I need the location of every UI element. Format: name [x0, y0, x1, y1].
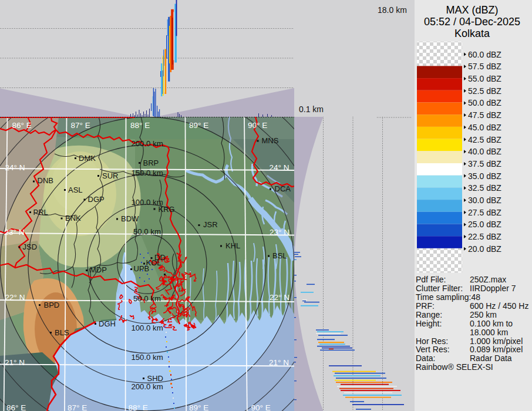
svg-text:JSR: JSR	[203, 220, 218, 229]
svg-text:32.5 dBZ: 32.5 dBZ	[468, 183, 501, 193]
svg-text:150.0 km: 150.0 km	[131, 169, 163, 177]
svg-text:PRF:: PRF:	[416, 301, 435, 311]
svg-text:DMK: DMK	[79, 154, 96, 163]
svg-text:UPB: UPB	[134, 264, 150, 273]
svg-text:100.0 km: 100.0 km	[131, 198, 163, 207]
svg-text:MAX (dBZ): MAX (dBZ)	[446, 4, 498, 16]
svg-text:23° N: 23° N	[5, 228, 25, 237]
svg-text:88° E: 88° E	[129, 403, 148, 411]
svg-text:24° N: 24° N	[5, 163, 25, 172]
svg-text:90° E: 90° E	[251, 403, 271, 411]
svg-text:21° N: 21° N	[269, 358, 289, 367]
svg-text:50.0 km: 50.0 km	[133, 227, 161, 236]
svg-text:SUR: SUR	[102, 171, 118, 180]
svg-text:87° E: 87° E	[71, 121, 90, 130]
svg-text:SHD: SHD	[147, 374, 163, 383]
svg-text:Clutter Filter:: Clutter Filter:	[416, 284, 463, 293]
svg-text:20.0 dBZ: 20.0 dBZ	[468, 244, 501, 254]
svg-text:88° E: 88° E	[130, 121, 150, 130]
svg-text:22.5 dBZ: 22.5 dBZ	[468, 232, 501, 241]
svg-text:Kolkata: Kolkata	[454, 28, 490, 39]
svg-text:PRL: PRL	[33, 208, 48, 217]
svg-text:DGH: DGH	[99, 319, 116, 328]
svg-text:ASL: ASL	[68, 186, 83, 194]
svg-text:BPD: BPD	[44, 301, 60, 309]
svg-text:47.5 dBZ: 47.5 dBZ	[468, 110, 501, 120]
svg-text:18.0 km: 18.0 km	[378, 5, 407, 15]
svg-text:DCA: DCA	[275, 184, 291, 193]
svg-text:BNK: BNK	[65, 214, 81, 223]
svg-text:55.0 dBZ: 55.0 dBZ	[468, 74, 501, 83]
svg-text:35.0 dBZ: 35.0 dBZ	[468, 171, 501, 181]
svg-text:Data:: Data:	[416, 353, 435, 363]
svg-text:22° N: 22° N	[270, 293, 289, 302]
svg-text:0.1 km: 0.1 km	[299, 105, 324, 114]
svg-text:DGP: DGP	[88, 195, 105, 204]
svg-text:05:52 / 04-Dec-2025: 05:52 / 04-Dec-2025	[424, 16, 520, 28]
svg-text:50.0 km: 50.0 km	[133, 294, 161, 303]
svg-text:Rainbow® SELEX-SI: Rainbow® SELEX-SI	[416, 362, 493, 372]
svg-text:BSL: BSL	[272, 251, 287, 260]
svg-text:Time sampling:48: Time sampling:48	[416, 292, 480, 302]
svg-text:MNS: MNS	[262, 136, 279, 145]
svg-text:89° E: 89° E	[189, 121, 208, 130]
svg-text:150.0 km: 150.0 km	[131, 353, 163, 362]
svg-text:200.0 km: 200.0 km	[131, 382, 163, 391]
svg-text:DNB: DNB	[38, 176, 53, 185]
svg-text:37.5 dBZ: 37.5 dBZ	[468, 159, 501, 169]
svg-text:40.0 dBZ: 40.0 dBZ	[468, 147, 501, 156]
svg-text:250Z.max: 250Z.max	[470, 275, 506, 284]
svg-text:600 Hz / 450 Hz: 600 Hz / 450 Hz	[470, 301, 528, 311]
svg-text:Height:: Height:	[416, 319, 442, 328]
svg-text:24° N: 24° N	[270, 163, 289, 172]
svg-text:27.5 dBZ: 27.5 dBZ	[468, 208, 501, 217]
svg-text:Radar Data: Radar Data	[470, 353, 512, 363]
svg-text:86° E: 86° E	[6, 403, 26, 411]
svg-text:0.100 km to: 0.100 km to	[470, 319, 513, 328]
svg-text:50.0 dBZ: 50.0 dBZ	[468, 98, 501, 107]
svg-text:Range:: Range:	[416, 310, 442, 319]
svg-text:60.0 dBZ: 60.0 dBZ	[468, 50, 501, 59]
svg-text:52.5 dBZ: 52.5 dBZ	[468, 86, 501, 96]
svg-text:18.000 km: 18.000 km	[470, 328, 508, 337]
svg-text:MDP: MDP	[90, 265, 107, 274]
svg-text:BLS: BLS	[55, 328, 69, 337]
svg-text:22° N: 22° N	[5, 293, 25, 302]
svg-text:45.0 dBZ: 45.0 dBZ	[468, 123, 501, 132]
svg-text:30.0 dBZ: 30.0 dBZ	[468, 196, 501, 205]
svg-text:IIRDoppler 7: IIRDoppler 7	[470, 284, 516, 293]
svg-text:200.0 km: 200.0 km	[131, 139, 163, 148]
svg-text:89° E: 89° E	[189, 403, 208, 411]
svg-text:87° E: 87° E	[68, 403, 87, 411]
svg-text:250 km: 250 km	[470, 310, 497, 319]
svg-text:BDW: BDW	[121, 214, 139, 223]
svg-text:57.5 dBZ: 57.5 dBZ	[468, 62, 501, 71]
svg-text:Pdf File:: Pdf File:	[416, 275, 446, 284]
svg-text:86° E: 86° E	[12, 121, 32, 130]
svg-text:23° N: 23° N	[270, 228, 289, 237]
svg-text:100.0 km: 100.0 km	[131, 324, 163, 332]
svg-text:BRP: BRP	[143, 159, 159, 167]
svg-text:JSD: JSD	[23, 242, 38, 251]
svg-text:25.0 dBZ: 25.0 dBZ	[468, 220, 501, 229]
svg-text:42.5 dBZ: 42.5 dBZ	[468, 135, 501, 144]
svg-text:KHL: KHL	[225, 241, 240, 250]
svg-text:90° E: 90° E	[248, 121, 267, 130]
svg-text:21° N: 21° N	[5, 358, 25, 367]
